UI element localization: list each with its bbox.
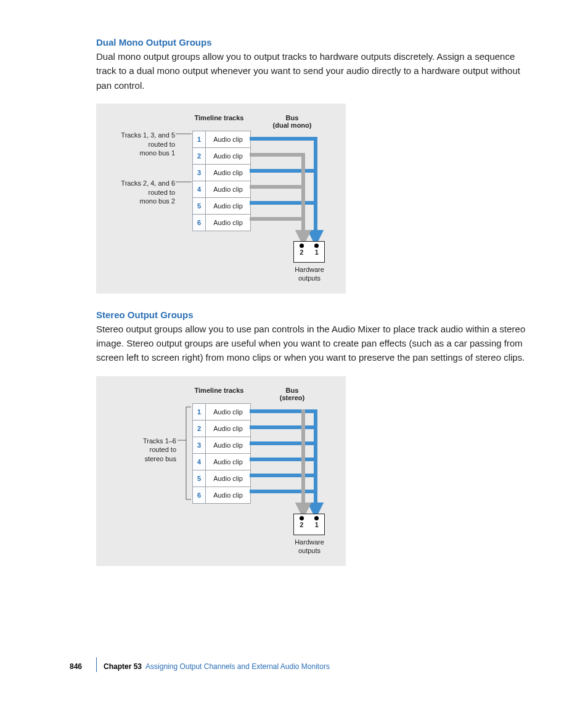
- track-table: 1Audio clip 2Audio clip 3Audio clip 4Aud…: [192, 403, 251, 504]
- table-row: 2Audio clip: [193, 147, 251, 164]
- annotation-tracks-135: Tracks 1, 3, and 5 routed to mono bus 1: [101, 131, 175, 158]
- body-stereo: Stereo output groups allow you to use pa…: [96, 322, 533, 365]
- hardware-outputs-box: 2 1: [293, 514, 325, 535]
- table-row: 3Audio clip: [193, 437, 251, 453]
- table-row: 4Audio clip: [193, 181, 251, 197]
- table-row: 4Audio clip: [193, 453, 251, 470]
- label-timeline-tracks: Timeline tracks: [190, 114, 248, 121]
- label-bus-line1: Bus: [286, 114, 299, 121]
- page: Dual Mono Output Groups Dual mono output…: [0, 0, 588, 706]
- hw-port-1: 1: [314, 244, 319, 256]
- footer-divider: [96, 657, 97, 672]
- label-bus-line2: (dual mono): [273, 121, 312, 129]
- label-timeline-tracks: Timeline tracks: [190, 387, 248, 394]
- port-dot-icon: [314, 244, 319, 248]
- table-row: 6Audio clip: [193, 486, 251, 503]
- port-dot-icon: [300, 516, 304, 520]
- port-dot-icon: [300, 244, 304, 248]
- hw-port-1: 1: [314, 516, 319, 528]
- table-row: 1Audio clip: [193, 403, 251, 420]
- annotation-tracks-1-6: Tracks 1–6 routed to stereo bus: [115, 437, 176, 464]
- annotation-tracks-246: Tracks 2, 4, and 6 routed to mono bus 2: [101, 179, 175, 207]
- port-dot-icon: [314, 516, 319, 520]
- figure-dual-mono: Timeline tracks Bus (dual mono) Tracks 1…: [96, 104, 346, 293]
- heading-stereo: Stereo Output Groups: [96, 310, 533, 320]
- body-dual-mono: Dual mono output groups allow you to out…: [96, 49, 533, 92]
- hardware-outputs-box: 2 1: [293, 241, 325, 263]
- track-table: 1Audio clip 2Audio clip 3Audio clip 4Aud…: [192, 131, 251, 231]
- hardware-outputs-caption: Hardware outputs: [288, 538, 331, 556]
- table-row: 3Audio clip: [193, 164, 251, 181]
- table-row: 2Audio clip: [193, 420, 251, 437]
- label-bus-stereo: Bus (stereo): [271, 387, 314, 401]
- figure-stereo: Timeline tracks Bus (stereo) Tracks 1–6 …: [96, 376, 346, 566]
- hw-port-2: 2: [300, 244, 304, 256]
- page-footer: 846 Chapter 53Assigning Output Channels …: [0, 662, 588, 673]
- table-row: 6Audio clip: [193, 214, 251, 231]
- table-row: 5Audio clip: [193, 197, 251, 214]
- hw-port-2: 2: [300, 516, 304, 528]
- label-bus-dual-mono: Bus (dual mono): [271, 114, 314, 129]
- table-row: 1Audio clip: [193, 131, 251, 147]
- table-row: 5Audio clip: [193, 470, 251, 486]
- hardware-outputs-caption: Hardware outputs: [288, 265, 331, 283]
- page-number: 846: [70, 662, 82, 671]
- heading-dual-mono: Dual Mono Output Groups: [96, 37, 533, 47]
- chapter-reference: Chapter 53Assigning Output Channels and …: [104, 662, 330, 671]
